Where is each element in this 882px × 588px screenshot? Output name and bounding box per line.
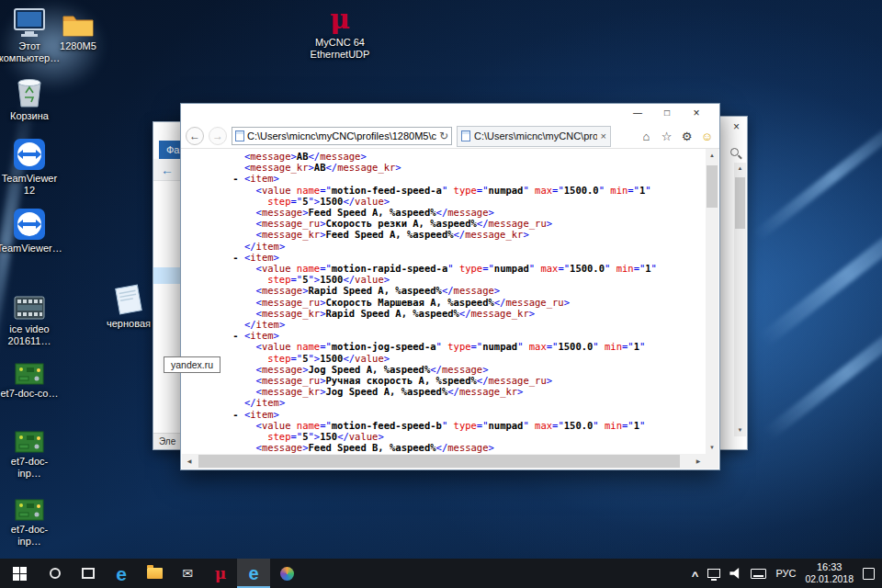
desktop-icon-label: TeamViewer…: [0, 243, 62, 254]
back-button[interactable]: ←: [186, 127, 204, 145]
xml-line: <value name="motion-feed-speed-b" type="…: [209, 420, 706, 431]
scrollbar-thumb[interactable]: [198, 455, 680, 468]
xml-line: - <item>: [209, 330, 706, 341]
search-icon[interactable]: [730, 148, 739, 156]
teamviewer-icon: [13, 138, 46, 171]
settings-gear-icon[interactable]: ⚙: [679, 130, 695, 143]
note-icon: [109, 283, 148, 316]
scroll-up-icon[interactable]: ▲: [734, 163, 746, 175]
scrollbar-thumb[interactable]: [735, 177, 745, 229]
network-icon[interactable]: [707, 569, 720, 578]
language-indicator[interactable]: РУС: [775, 568, 796, 579]
task-view-button[interactable]: [72, 559, 105, 588]
xml-line: <message>Feed Speed B, %aspeed%</message…: [209, 442, 706, 453]
desktop-icon-label: черновая: [107, 318, 151, 330]
search-button[interactable]: [39, 559, 72, 588]
touch-keyboard-icon[interactable]: [751, 569, 766, 579]
desktop-icon-teamviewer-12[interactable]: TeamViewer 12: [0, 138, 59, 196]
desktop-icon-label: et7-doc-co…: [1, 388, 59, 400]
feedback-smiley-icon[interactable]: ☺: [699, 130, 715, 143]
board-icon: [14, 421, 45, 454]
desktop-icon-ice-video[interactable]: ice video 201611…: [0, 288, 59, 346]
windows-logo-icon: [13, 567, 27, 581]
file-explorer-taskbar-button[interactable]: [138, 559, 171, 588]
desktop: Этот компьютер…1280M5μMyCNC 64 EthernetU…: [0, 0, 882, 588]
start-button[interactable]: [0, 559, 39, 588]
address-text[interactable]: C:\Users\micnc\myCNC\profiles\1280M5\cnc…: [247, 130, 436, 141]
xml-line: <message>Rapid Speed A, %aspeed%</messag…: [209, 285, 706, 296]
scrollbar-corner: [706, 454, 718, 469]
teamviewer-icon: [13, 208, 46, 241]
desktop-icon-label: MyCNC 64 EthernetUDP: [311, 37, 370, 60]
internet-explorer-taskbar-button-active[interactable]: e: [237, 559, 270, 588]
favorites-star-icon[interactable]: ☆: [659, 130, 674, 143]
home-icon[interactable]: ⌂: [639, 130, 654, 143]
close-button[interactable]: ×: [683, 104, 710, 124]
scrollbar[interactable]: ▲ ▼: [734, 163, 746, 436]
scroll-up-icon[interactable]: ▲: [706, 149, 718, 162]
folder-icon: [62, 6, 95, 39]
page-icon: [235, 130, 244, 141]
forward-button[interactable]: →: [209, 127, 227, 145]
xml-line: </item>: [209, 241, 706, 252]
desktop-icon-label: 1280M5: [60, 40, 96, 52]
xml-line: <message_kr>Rapid Speed A, %aspeed%</mes…: [209, 308, 706, 319]
mycnc-mu-icon: μ: [215, 566, 226, 582]
desktop-icon-teamviewer-2[interactable]: TeamViewer…: [0, 208, 59, 254]
date: 02.01.2018: [805, 573, 854, 585]
clock[interactable]: 16:33 02.01.2018: [805, 561, 854, 586]
action-center-icon[interactable]: [863, 568, 875, 580]
xml-line: </item>: [209, 319, 706, 330]
pc-icon: [12, 6, 47, 39]
xml-line: - <item>: [209, 173, 706, 184]
desktop-icon-et7-doc-inp-1[interactable]: et7-doc-inp…: [0, 421, 59, 479]
mycnc-taskbar-button[interactable]: μ: [204, 559, 237, 588]
xml-line: <value name="motion-jog-speed-a" type="n…: [209, 341, 706, 352]
mail-taskbar-button[interactable]: ✉: [171, 559, 204, 588]
address-bar[interactable]: C:\Users\micnc\myCNC\profiles\1280M5\cnc…: [232, 127, 452, 145]
desktop-icon-label: ice video 201611…: [8, 323, 51, 346]
xml-line: <message>Feed Speed A, %aspeed%</message…: [209, 207, 706, 218]
desktop-icon-label: Корзина: [10, 110, 49, 122]
scrollbar-thumb[interactable]: [707, 165, 718, 208]
maximize-button[interactable]: □: [653, 104, 681, 124]
xml-line: step="5">1500</value>: [209, 274, 706, 285]
scroll-left-icon[interactable]: ◀: [182, 454, 197, 469]
hidden-icons-chevron[interactable]: ^: [692, 570, 699, 582]
horizontal-scrollbar[interactable]: ◀ ▶: [182, 454, 706, 469]
desktop-icon-chernovaya[interactable]: черновая: [99, 283, 158, 330]
scroll-right-icon[interactable]: ▶: [691, 454, 706, 469]
xml-line: <message_kr>Feed Speed A, %aspeed%</mess…: [209, 229, 706, 240]
svg-text:μ: μ: [330, 4, 350, 35]
volume-icon[interactable]: [729, 568, 741, 579]
xml-line: </item>: [209, 397, 706, 408]
video-icon: [13, 288, 46, 322]
xml-line: step="5">1500</value>: [209, 196, 706, 207]
desktop-icon-mycnc-ethernetudp[interactable]: μMyCNC 64 EthernetUDP: [307, 2, 373, 60]
desktop-icon-recycle-bin[interactable]: Корзина: [0, 75, 59, 122]
edge-taskbar-button[interactable]: e: [105, 559, 138, 588]
desktop-icon-et7-doc-co[interactable]: et7-doc-co…: [0, 353, 59, 400]
tab-close-icon[interactable]: ×: [601, 130, 606, 141]
xml-document: <message>AB</message> <message_kr>AB</me…: [182, 149, 706, 454]
xml-line: <message_ru>Скорость резки А, %aspeed%</…: [209, 218, 706, 229]
browser-tab[interactable]: C:\Users\micnc\myCNC\profi... ×: [457, 126, 611, 147]
mu-icon: μ: [324, 2, 356, 35]
scroll-down-icon[interactable]: ▼: [734, 424, 746, 436]
back-icon[interactable]: ←: [161, 163, 174, 177]
ie-window: — □ × ← → C:\Users\micnc\myCNC\profiles\…: [180, 103, 720, 470]
vertical-scrollbar[interactable]: ▲ ▼: [706, 149, 718, 454]
desktop-icon-label: et7-doc-inp…: [0, 456, 59, 479]
minimize-button[interactable]: —: [624, 104, 651, 124]
title-bar[interactable]: — □ ×: [181, 104, 719, 124]
photos-taskbar-button[interactable]: [270, 559, 303, 588]
task-view-icon: [82, 568, 95, 579]
navigation-bar: ← → C:\Users\micnc\myCNC\profiles\1280M5…: [181, 124, 719, 149]
close-icon[interactable]: ×: [733, 120, 740, 133]
recycle-bin-icon: [14, 75, 45, 108]
desktop-icon-label: TeamViewer 12: [2, 173, 57, 196]
desktop-icon-folder-1280m5[interactable]: 1280M5: [49, 6, 107, 52]
scroll-down-icon[interactable]: ▼: [706, 441, 718, 454]
refresh-icon[interactable]: ↻: [439, 130, 448, 142]
desktop-icon-et7-doc-inp-2[interactable]: et7-doc-inp…: [0, 489, 59, 547]
